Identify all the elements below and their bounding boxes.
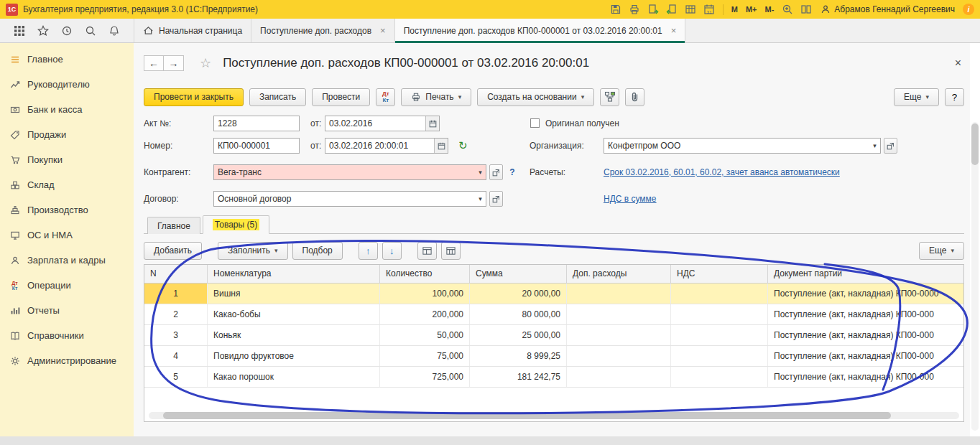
- contract-combo[interactable]: Основной договор ▾: [213, 191, 486, 207]
- organization-combo[interactable]: Конфетпром ООО ▾: [604, 138, 881, 154]
- apps-menu-icon[interactable]: [14, 25, 25, 37]
- notifications-bell-icon[interactable]: [108, 25, 120, 37]
- column-header-n[interactable]: N: [144, 265, 208, 283]
- split-view-icon[interactable]: [798, 2, 814, 17]
- tab-receipt-document[interactable]: Поступление доп. расходов КП00-000001 от…: [395, 19, 686, 42]
- debit-credit-button[interactable]: Дт Кт: [376, 88, 395, 106]
- sidebar-item-operations[interactable]: ДтКт Операции: [0, 273, 134, 298]
- horizontal-scrollbar[interactable]: [149, 412, 959, 419]
- table-icon[interactable]: [683, 2, 699, 17]
- sidebar-item-reports[interactable]: Отчеты: [0, 298, 134, 323]
- table-more-button[interactable]: Еще ▾: [919, 242, 964, 260]
- table-row[interactable]: 5 Какао порошок 725,000 181 242,75 Посту…: [144, 367, 963, 388]
- organization-open-icon[interactable]: [884, 138, 897, 154]
- settlements-link[interactable]: Срок 03.02.2016, 60.01, 60.02, зачет ава…: [604, 164, 840, 180]
- column-header-extra-costs[interactable]: Доп. расходы: [567, 265, 671, 283]
- print-button[interactable]: Печать ▾: [401, 88, 471, 106]
- column-header-nomenclature[interactable]: Номенклатура: [208, 265, 380, 283]
- contract-open-icon[interactable]: [489, 191, 503, 207]
- more-button[interactable]: Еще ▾: [894, 88, 939, 106]
- counterparty-label: Контрагент:: [144, 164, 190, 180]
- chevron-down-icon[interactable]: ▾: [869, 142, 880, 149]
- back-button[interactable]: ←: [144, 55, 164, 71]
- sidebar-item-label: Справочники: [27, 330, 84, 341]
- original-received-checkbox[interactable]: [530, 118, 540, 128]
- history-icon[interactable]: [61, 25, 73, 37]
- tab-close-icon[interactable]: ×: [671, 25, 677, 36]
- zoom-in-icon[interactable]: [779, 2, 795, 17]
- sidebar-item-main[interactable]: Главное: [0, 47, 134, 72]
- counterparty-combo[interactable]: Вега-транс ▾: [213, 164, 486, 180]
- print-icon[interactable]: [627, 2, 643, 17]
- import-document-icon[interactable]: [664, 2, 680, 17]
- search-icon[interactable]: [85, 25, 96, 37]
- chevron-down-icon[interactable]: ▾: [475, 195, 486, 202]
- move-row-up-button[interactable]: ↑: [359, 242, 378, 260]
- sidebar-item-production[interactable]: Производство: [0, 197, 134, 222]
- column-header-sum[interactable]: Сумма: [470, 265, 567, 283]
- sidebar-item-administration[interactable]: Администрирование: [0, 348, 134, 373]
- forward-button[interactable]: →: [164, 55, 184, 71]
- post-and-close-button[interactable]: Провести и закрыть: [144, 88, 244, 106]
- attachments-paperclip-button[interactable]: [625, 88, 644, 106]
- move-row-down-button[interactable]: ↓: [382, 242, 402, 260]
- tab-main[interactable]: Главное: [147, 217, 200, 234]
- table-columns-button[interactable]: [441, 242, 461, 260]
- tab-receipt-list[interactable]: Поступление доп. расходов ×: [251, 19, 395, 42]
- tab-close-icon[interactable]: ×: [380, 25, 386, 36]
- vat-in-amount-link[interactable]: НДС в сумме: [604, 191, 657, 207]
- number-input[interactable]: КП00-000001: [213, 138, 300, 154]
- export-document-icon[interactable]: [645, 2, 662, 17]
- memory-minus-button[interactable]: M-: [762, 2, 777, 17]
- sidebar-item-payroll-hr[interactable]: Зарплата и кадры: [0, 248, 134, 273]
- table-row[interactable]: 3 Коньяк 50,000 25 000,00 Поступление (а…: [144, 325, 963, 346]
- info-icon[interactable]: i: [963, 4, 974, 15]
- vertical-scrollbar[interactable]: [971, 122, 979, 431]
- favorites-icon[interactable]: [37, 25, 49, 37]
- column-header-batch-document[interactable]: Документ партии: [768, 265, 963, 283]
- save-icon[interactable]: [608, 2, 624, 17]
- vertical-scrollbar-thumb[interactable]: [971, 123, 979, 165]
- number-date-input[interactable]: 03.02.2016 20:00:01: [325, 138, 448, 154]
- counterparty-help-icon[interactable]: ?: [506, 164, 519, 180]
- favorite-star-icon[interactable]: ☆: [200, 55, 211, 71]
- write-button[interactable]: Записать: [249, 88, 306, 106]
- calendar-picker-icon[interactable]: [434, 139, 448, 153]
- pick-button[interactable]: Подбор: [292, 242, 343, 260]
- sidebar-item-manager[interactable]: Руководителю: [0, 72, 134, 97]
- table-row[interactable]: 1 Вишня 100,000 20 000,00 Поступление (а…: [144, 284, 963, 304]
- help-button[interactable]: ?: [945, 88, 964, 106]
- memory-button[interactable]: M: [729, 2, 741, 17]
- user-name-label: Абрамов Геннадий Сергеевич: [834, 4, 955, 14]
- sidebar-item-purchases[interactable]: Покупки: [0, 147, 134, 172]
- sidebar-item-warehouse[interactable]: Склад: [0, 172, 134, 197]
- current-user[interactable]: Абрамов Геннадий Сергеевич: [820, 4, 955, 14]
- column-header-quantity[interactable]: Количество: [380, 265, 470, 283]
- sidebar-item-fixed-assets[interactable]: ОС и НМА: [0, 222, 134, 248]
- tab-goods[interactable]: Товары (5): [203, 215, 269, 234]
- table-row[interactable]: 2 Какао-бобы 200,000 80 000,00 Поступлен…: [144, 304, 963, 325]
- create-based-on-button[interactable]: Создать на основании ▾: [477, 88, 594, 106]
- tab-home[interactable]: Начальная страница: [134, 19, 251, 42]
- document-close-icon[interactable]: ×: [952, 57, 964, 70]
- report-structure-button[interactable]: [600, 88, 619, 106]
- act-date-input[interactable]: 03.02.2016: [325, 116, 440, 131]
- table-settings-button[interactable]: [417, 242, 437, 260]
- renumber-icon[interactable]: ↻: [458, 138, 468, 154]
- post-button[interactable]: Провести: [312, 88, 370, 106]
- act-number-input[interactable]: 1228: [213, 116, 300, 131]
- horizontal-scrollbar-thumb[interactable]: [163, 412, 891, 419]
- column-header-vat[interactable]: НДС: [671, 265, 768, 283]
- sidebar-item-sales[interactable]: Продажи: [0, 122, 134, 147]
- memory-plus-button[interactable]: M+: [743, 2, 760, 17]
- chevron-down-icon[interactable]: ▾: [475, 169, 486, 176]
- calendar-icon[interactable]: 31: [701, 2, 718, 17]
- table-row[interactable]: 4 Повидло фруктовое 75,000 8 999,25 Пост…: [144, 346, 963, 367]
- sidebar-item-directories[interactable]: Справочники: [0, 323, 134, 348]
- cell-vat: [671, 304, 768, 324]
- add-row-button[interactable]: Добавить: [144, 242, 202, 260]
- counterparty-open-icon[interactable]: [489, 164, 503, 180]
- calendar-picker-icon[interactable]: [425, 116, 439, 131]
- fill-button[interactable]: Заполнить ▾: [218, 242, 287, 260]
- sidebar-item-bank-cash[interactable]: Банк и касса: [0, 97, 134, 122]
